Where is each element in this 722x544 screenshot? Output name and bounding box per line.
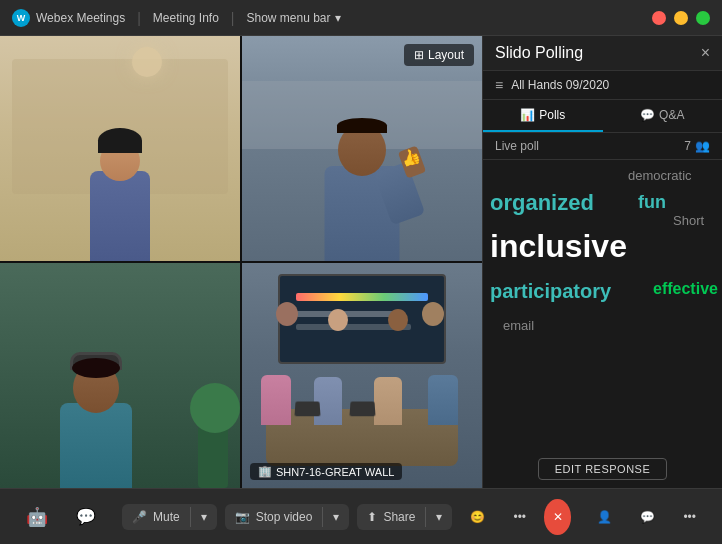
window-controls [652,11,710,25]
mute-button[interactable]: 🎤 Mute [124,506,188,528]
tile-bg-4 [242,263,482,488]
divider-2: | [231,10,235,26]
chevron-down-icon: ▾ [436,510,442,524]
emoji-button[interactable]: 😊 [460,504,495,530]
show-menu-bar[interactable]: Show menu bar ▾ [246,11,340,25]
ai-icon: 🤖 [26,506,48,528]
live-poll-bar: Live poll 7 👥 [483,133,722,160]
video-icon: 📷 [235,510,250,524]
tile-label-4: 🏢 SHN7-16-GREAT WALL [250,463,402,480]
polls-icon: 📊 [520,108,535,122]
word-cloud-word: inclusive [490,228,627,265]
minimize-button[interactable] [674,11,688,25]
message-icon: 💬 [640,510,655,524]
slido-nav: ≡ All Hands 09/2020 [483,71,722,100]
share-button[interactable]: ⬆ Share [359,506,423,528]
main-content: ⊞ Layout [0,36,722,488]
slido-tabs: 📊 Polls 💬 Q&A [483,100,722,133]
share-group: ⬆ Share ▾ [357,504,452,530]
word-cloud-word: democratic [628,168,692,183]
hamburger-menu[interactable]: ≡ [495,77,503,93]
qa-icon: 💬 [640,108,655,122]
ai-assistant-button[interactable]: 🤖 [16,500,58,534]
stop-video-button[interactable]: 📷 Stop video [227,506,321,528]
word-cloud-word: email [503,318,534,333]
live-poll-count: 7 👥 [684,139,710,153]
chat-icon: 💬 [76,507,96,526]
divider [425,507,426,527]
chat-button[interactable]: 💬 [66,501,106,532]
edit-response-button[interactable]: EDIT RESPONSE [538,458,668,480]
slido-header: Slido Polling × [483,36,722,71]
webex-icon: W [12,9,30,27]
tile-bg-1 [0,36,240,261]
bottom-bar: 🤖 💬 🎤 Mute ▾ 📷 Stop video ▾ ⬆ Share [0,488,722,544]
app-logo: W Webex Meetings [12,9,125,27]
mute-icon: 🎤 [132,510,147,524]
divider [322,507,323,527]
tile-bg-2: 👍 [242,36,482,261]
video-tile-3 [0,263,240,488]
word-cloud: organizedfundemocraticShortinclusivepart… [483,160,722,458]
people-icon: 👥 [695,139,710,153]
slido-close-button[interactable]: × [701,45,710,61]
messages-button[interactable]: 💬 [630,504,665,530]
people-icon: 👤 [597,510,612,524]
tab-polls[interactable]: 📊 Polls [483,100,603,132]
layout-icon: ⊞ [414,48,424,62]
options-icon: ••• [683,510,696,524]
video-tile-1 [0,36,240,261]
tab-qa[interactable]: 💬 Q&A [603,100,723,132]
close-button[interactable] [652,11,666,25]
video-chevron-button[interactable]: ▾ [325,506,347,528]
video-tile-2: 👍 [242,36,482,261]
slido-panel: Slido Polling × ≡ All Hands 09/2020 📊 Po… [482,36,722,488]
chevron-down-icon: ▾ [333,510,339,524]
title-bar: W Webex Meetings | Meeting Info | Show m… [0,0,722,36]
video-group: 📷 Stop video ▾ [225,504,350,530]
share-icon: ⬆ [367,510,377,524]
word-cloud-word: organized [490,190,594,216]
video-tile-4: 🏢 SHN7-16-GREAT WALL [242,263,482,488]
word-cloud-word: Short [673,213,704,228]
more-icon: ••• [513,510,526,524]
app-name: Webex Meetings [36,11,125,25]
share-chevron-button[interactable]: ▾ [428,506,450,528]
slido-title: Slido Polling [495,44,583,62]
mute-group: 🎤 Mute ▾ [122,504,217,530]
tile-bg-3 [0,263,240,488]
chevron-down-icon: ▾ [201,510,207,524]
word-cloud-word: effective [653,280,718,298]
mute-chevron-button[interactable]: ▾ [193,506,215,528]
word-cloud-word: fun [638,192,666,213]
session-title: All Hands 09/2020 [511,78,609,92]
panel-options-button[interactable]: ••• [673,504,706,530]
word-cloud-word: participatory [490,280,611,303]
maximize-button[interactable] [696,11,710,25]
video-grid: ⊞ Layout [0,36,482,488]
live-poll-label: Live poll [495,139,539,153]
room-icon: 🏢 [258,465,272,478]
more-options-button[interactable]: ••• [503,504,536,530]
end-call-button[interactable]: ✕ [544,499,571,535]
layout-button[interactable]: ⊞ Layout [404,44,474,66]
emoji-icon: 😊 [470,510,485,524]
meeting-info-link[interactable]: Meeting Info [153,11,219,25]
end-call-icon: ✕ [553,510,563,524]
divider-1: | [137,10,141,26]
participants-button[interactable]: 👤 [587,504,622,530]
divider [190,507,191,527]
